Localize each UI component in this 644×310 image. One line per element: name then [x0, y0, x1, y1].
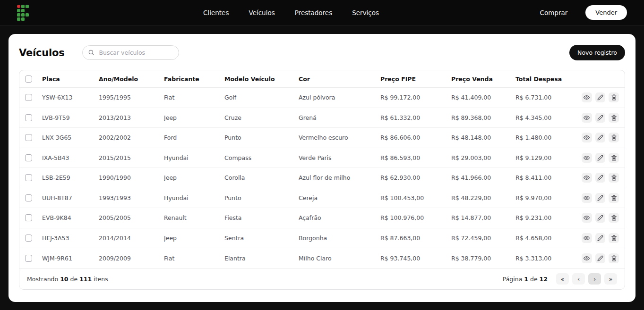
nav-item-prestadores[interactable]: Prestadores	[295, 9, 332, 17]
table-row: LNX-3G65 2002/2002 Ford Punto Vermelho e…	[19, 128, 625, 148]
vender-button[interactable]: Vender	[585, 5, 627, 20]
view-button[interactable]	[582, 253, 592, 263]
cell-total-despesa: R$ 6.731,00	[515, 94, 582, 101]
delete-button[interactable]	[609, 173, 619, 183]
edit-button[interactable]	[595, 133, 606, 142]
top-navbar: Clientes Veículos Prestadores Serviços C…	[0, 0, 644, 25]
delete-button[interactable]	[609, 253, 619, 263]
table-row: UUH-8T87 1993/1993 Hyundai Punto Cereja …	[19, 188, 625, 209]
view-button[interactable]	[582, 113, 592, 123]
column-header-preco-fipe: Preço FIPE	[380, 75, 451, 83]
last-page-button[interactable]: »	[604, 273, 617, 285]
view-button[interactable]	[582, 213, 592, 223]
cell-preco-venda: R$ 41.409,00	[451, 94, 515, 101]
showing-suffix: itens	[94, 276, 108, 283]
edit-button[interactable]	[595, 213, 606, 223]
nav-item-clientes[interactable]: Clientes	[203, 9, 229, 17]
trash-icon	[611, 134, 617, 141]
row-actions	[582, 253, 625, 263]
row-checkbox-cell	[19, 154, 42, 161]
view-button[interactable]	[582, 193, 592, 203]
pencil-icon	[597, 235, 603, 241]
column-header-fabricante: Fabricante	[164, 75, 224, 83]
column-header-cor: Cor	[299, 75, 380, 83]
row-actions	[582, 233, 625, 243]
edit-button[interactable]	[595, 193, 606, 203]
cell-total-despesa: R$ 4.345,00	[515, 114, 582, 121]
trash-icon	[611, 235, 617, 241]
nav-item-servicos[interactable]: Serviços	[352, 9, 379, 17]
comprar-link[interactable]: Comprar	[540, 9, 568, 17]
delete-button[interactable]	[609, 233, 619, 243]
edit-button[interactable]	[595, 153, 606, 163]
search-input[interactable]	[82, 45, 179, 60]
first-page-button[interactable]: «	[556, 273, 569, 285]
cell-fabricante: Hyundai	[164, 194, 224, 201]
delete-button[interactable]	[609, 92, 619, 102]
view-button[interactable]	[582, 92, 592, 102]
cell-preco-fipe: R$ 62.930,00	[380, 174, 451, 181]
prev-page-button[interactable]: ‹	[572, 273, 585, 285]
view-button[interactable]	[582, 173, 592, 183]
row-checkbox-cell	[19, 214, 42, 221]
row-actions	[582, 92, 625, 102]
view-button[interactable]	[582, 153, 592, 163]
cell-cor: Grená	[299, 114, 380, 121]
column-header-ano-modelo: Ano/Modelo	[99, 75, 164, 83]
cell-modelo: Corolla	[224, 174, 299, 181]
nav-links: Clientes Veículos Prestadores Serviços	[203, 9, 379, 17]
row-checkbox[interactable]	[25, 214, 32, 221]
cell-placa: EVB-9K84	[42, 214, 99, 221]
pagination-buttons: « ‹ › »	[556, 273, 617, 285]
eye-icon	[584, 175, 590, 181]
cell-preco-fipe: R$ 87.663,00	[380, 235, 451, 242]
nav-item-veiculos[interactable]: Veículos	[249, 9, 275, 17]
cell-modelo: Fiesta	[224, 214, 299, 221]
cell-preco-venda: R$ 29.003,00	[451, 154, 515, 161]
delete-button[interactable]	[609, 133, 619, 142]
cell-fabricante: Ford	[164, 134, 224, 141]
edit-button[interactable]	[595, 253, 606, 263]
row-checkbox[interactable]	[25, 255, 32, 262]
showing-total: 111	[79, 276, 92, 283]
row-checkbox[interactable]	[25, 134, 32, 141]
edit-button[interactable]	[595, 113, 606, 123]
cell-modelo: Golf	[224, 94, 299, 101]
edit-button[interactable]	[595, 173, 606, 183]
pencil-icon	[597, 255, 603, 261]
cell-total-despesa: R$ 4.658,00	[515, 235, 582, 242]
trash-icon	[611, 255, 617, 261]
cell-preco-fipe: R$ 100.976,00	[380, 214, 451, 221]
delete-button[interactable]	[609, 113, 619, 123]
eye-icon	[584, 155, 590, 161]
if-logo-icon[interactable]	[17, 5, 29, 21]
row-checkbox[interactable]	[25, 194, 32, 201]
nav-right-group: Comprar Vender	[540, 5, 627, 20]
row-checkbox[interactable]	[25, 174, 32, 181]
pencil-icon	[597, 115, 603, 121]
new-record-button[interactable]: Novo registro	[569, 45, 625, 60]
delete-button[interactable]	[609, 213, 619, 223]
view-button[interactable]	[582, 233, 592, 243]
row-checkbox[interactable]	[25, 114, 32, 121]
cell-total-despesa: R$ 3.313,00	[515, 255, 582, 262]
edit-button[interactable]	[595, 233, 606, 243]
cell-fabricante: Jeep	[164, 174, 224, 181]
cell-preco-venda: R$ 48.229,00	[451, 194, 515, 201]
cell-total-despesa: R$ 9.231,00	[515, 214, 582, 221]
view-button[interactable]	[582, 133, 592, 142]
column-header-placa: Placa	[42, 75, 99, 83]
delete-button[interactable]	[609, 193, 619, 203]
row-checkbox[interactable]	[25, 154, 32, 161]
edit-button[interactable]	[595, 92, 606, 102]
table-body: YSW-6X13 1995/1995 Fiat Golf Azul pólvor…	[19, 88, 625, 268]
vehicles-table: Placa Ano/Modelo Fabricante Modelo Veícu…	[19, 70, 625, 290]
cell-preco-venda: R$ 14.877,00	[451, 214, 515, 221]
delete-button[interactable]	[609, 153, 619, 163]
cell-total-despesa: R$ 9.970,00	[515, 194, 582, 201]
next-page-button[interactable]: ›	[588, 273, 601, 285]
row-checkbox[interactable]	[25, 94, 32, 101]
row-checkbox[interactable]	[25, 235, 32, 242]
select-all-checkbox[interactable]	[25, 75, 32, 83]
cell-cor: Vermelho escuro	[299, 134, 380, 141]
